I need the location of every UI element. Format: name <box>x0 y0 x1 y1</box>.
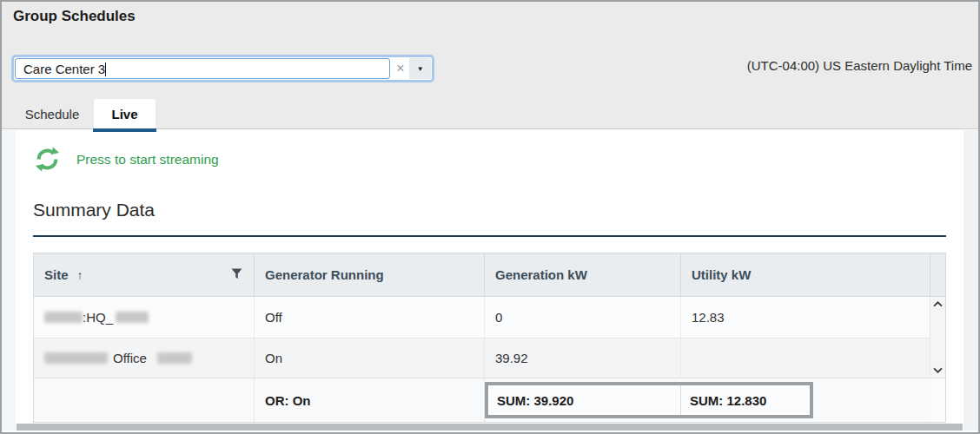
summary-data-heading: Summary Data <box>33 200 155 220</box>
scroll-up-icon[interactable] <box>933 301 943 307</box>
footer-sum-cells: SUM: 39.920 SUM: 12.830 <box>485 378 930 422</box>
tab-live[interactable]: Live <box>94 99 156 129</box>
summary-table: Site ↑ Generator Running Generation kW U… <box>33 253 946 423</box>
sort-ascending-icon: ↑ <box>77 268 83 282</box>
table-row-2-generation: 39.92 <box>485 339 681 378</box>
group-search-input[interactable] <box>15 58 390 79</box>
table-vertical-scrollbar[interactable] <box>930 297 945 378</box>
redacted-text <box>44 352 108 364</box>
tab-schedule[interactable]: Schedule <box>16 99 89 129</box>
table-row-1-generation: 0 <box>485 297 681 339</box>
group-combobox-field <box>15 58 390 79</box>
redacted-text <box>157 352 192 364</box>
column-header-generation-kw[interactable]: Generation kW <box>485 253 681 297</box>
start-streaming-label[interactable]: Press to start streaming <box>76 152 219 168</box>
site-name: :HQ_ <box>83 310 113 325</box>
dropdown-button[interactable]: ▼ <box>409 58 431 79</box>
table-row-1-utility: 12.83 <box>681 297 930 339</box>
horizontal-scrollbar[interactable] <box>17 424 963 431</box>
column-header-generator-running[interactable]: Generator Running <box>255 253 485 297</box>
column-header-site[interactable]: Site ↑ <box>34 253 255 297</box>
redacted-text <box>44 312 83 323</box>
table-row-2-generator: On <box>255 339 485 378</box>
footer-scrollbar-cell <box>930 378 945 422</box>
scrollbar-header-cell <box>930 253 945 297</box>
site-header-label: Site <box>44 267 69 282</box>
table-row-2-utility <box>681 339 930 378</box>
scroll-down-icon[interactable] <box>933 367 943 373</box>
column-header-utility-kw[interactable]: Utility kW <box>681 253 930 297</box>
left-scrollbar-track <box>2 130 16 431</box>
page-title: Group Schedules <box>13 8 136 25</box>
footer-generator-aggregate: OR: On <box>255 378 485 422</box>
table-row-1-site[interactable]: :HQ_ <box>34 297 255 339</box>
clear-icon[interactable]: × <box>391 57 409 80</box>
summary-divider <box>33 235 946 237</box>
site-name: Office <box>113 351 147 365</box>
timezone-label: (UTC-04:00) US Eastern Daylight Time <box>747 58 972 73</box>
chevron-down-icon: ▼ <box>417 65 424 73</box>
footer-site-cell <box>34 378 255 422</box>
utility-sum: SUM: 12.830 <box>681 385 810 415</box>
table-row-2-site[interactable]: Office <box>34 339 255 378</box>
generation-sum: SUM: 39.920 <box>488 385 681 415</box>
group-combobox: × ▼ <box>11 55 434 82</box>
refresh-icon[interactable] <box>33 145 61 173</box>
refresh-icon-svg <box>34 146 61 173</box>
text-caret <box>105 62 106 76</box>
filter-icon[interactable] <box>231 267 242 282</box>
right-scrollbar-track[interactable] <box>963 130 978 431</box>
group-schedules-window: Group Schedules × ▼ (UTC-04:00) US Easte… <box>0 0 980 434</box>
active-tab-indicator <box>93 128 156 132</box>
sum-highlight-box: SUM: 39.920 SUM: 12.830 <box>485 382 813 418</box>
redacted-text <box>116 312 149 323</box>
table-row-1-generator: Off <box>255 297 485 339</box>
